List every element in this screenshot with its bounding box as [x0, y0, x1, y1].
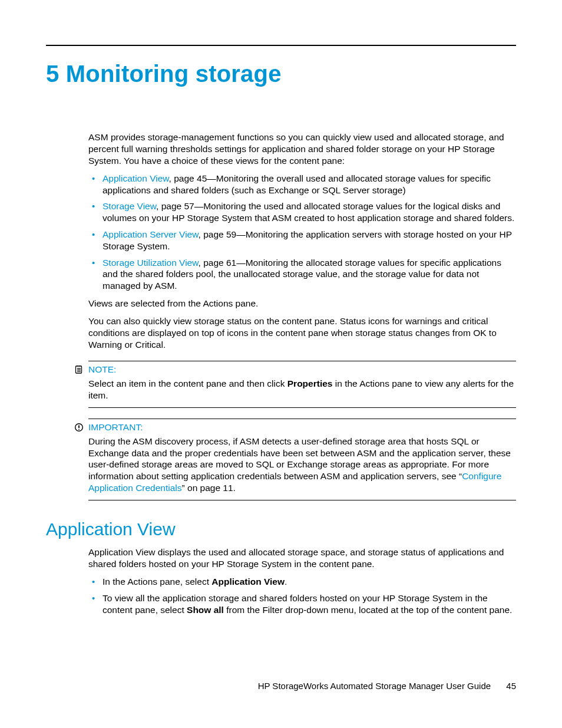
important-admonition: IMPORTANT: During the ASM discovery proc… [88, 419, 516, 500]
list-item: Storage Utilization View, page 61—Monito… [103, 257, 516, 292]
page-footer: HP StorageWorks Automated Storage Manage… [46, 680, 516, 691]
rule [88, 500, 516, 500]
rule [88, 361, 516, 361]
important-heading: IMPORTANT: [74, 421, 516, 433]
important-text: During the ASM discovery process, if ASM… [88, 436, 516, 494]
link-application-view[interactable]: Application View [103, 173, 169, 183]
section-body: Application View displays the used and a… [88, 546, 516, 615]
link-application-server-view[interactable]: Application Server View [103, 229, 199, 239]
text: ” on page 11. [182, 483, 236, 493]
svg-point-6 [78, 429, 80, 430]
bold-text: Properties [287, 378, 333, 388]
section: Application View Application View displa… [46, 518, 516, 616]
top-rule [46, 45, 516, 46]
intro-paragraph: ASM provides storage-management function… [88, 131, 516, 166]
section-list: In the Actions pane, select Application … [88, 576, 516, 615]
note-admonition: NOTE: Select an item in the content pane… [88, 361, 516, 407]
body-text: ASM provides storage-management function… [88, 131, 516, 500]
list-item-text: , page 57—Monitoring the used and alloca… [103, 201, 514, 223]
paragraph: Views are selected from the Actions pane… [88, 298, 516, 309]
page: 5 Monitoring storage ASM provides storag… [0, 0, 562, 728]
list-item: Application View, page 45—Monitoring the… [103, 173, 516, 196]
important-icon [74, 423, 84, 432]
text: During the ASM discovery process, if ASM… [88, 436, 511, 481]
footer-title: HP StorageWorks Automated Storage Manage… [258, 681, 491, 691]
note-body: Select an item in the content pane and t… [88, 378, 516, 401]
note-text: Select an item in the content pane and t… [88, 378, 516, 401]
chapter-number: 5 [46, 61, 59, 87]
important-label: IMPORTANT: [88, 421, 143, 433]
rule [88, 407, 516, 408]
note-icon [74, 365, 84, 374]
list-item: To view all the application storage and … [103, 592, 516, 616]
text: . [285, 577, 287, 587]
chapter-heading: 5 Monitoring storage [46, 59, 516, 89]
paragraph: You can also quickly view storage status… [88, 315, 516, 350]
rule [88, 419, 516, 419]
note-label: NOTE: [88, 364, 116, 375]
link-storage-utilization-view[interactable]: Storage Utilization View [103, 258, 199, 268]
list-item: Application Server View, page 59—Monitor… [103, 229, 516, 252]
text: Select an item in the content pane and t… [88, 378, 287, 388]
text: from the Filter drop-down menu, located … [224, 605, 512, 615]
list-item: Storage View, page 57—Monitoring the use… [103, 200, 516, 224]
bold-text: Show all [187, 605, 224, 615]
views-list: Application View, page 45—Monitoring the… [88, 173, 516, 292]
note-heading: NOTE: [74, 364, 516, 375]
paragraph: Application View displays the used and a… [88, 546, 516, 570]
link-storage-view[interactable]: Storage View [103, 201, 156, 211]
important-body: During the ASM discovery process, if ASM… [88, 436, 516, 494]
chapter-title: Monitoring storage [66, 61, 282, 87]
list-item: In the Actions pane, select Application … [103, 576, 516, 588]
bold-text: Application View [211, 577, 285, 587]
page-number: 45 [506, 680, 516, 691]
section-heading: Application View [46, 518, 516, 541]
text: In the Actions pane, select [103, 577, 211, 587]
